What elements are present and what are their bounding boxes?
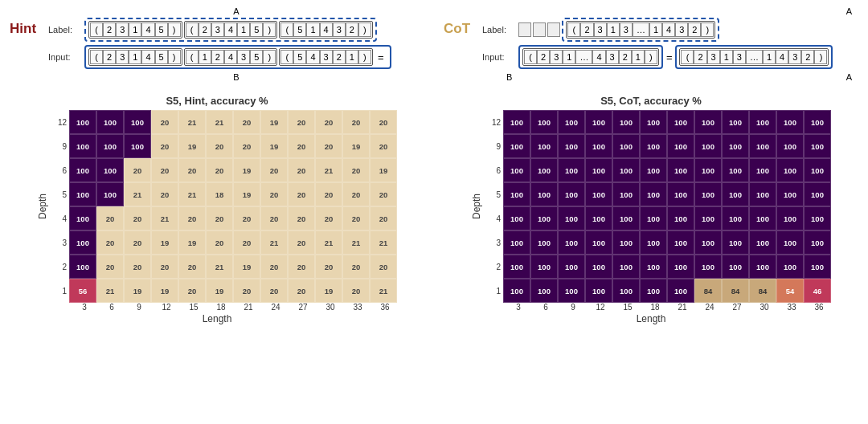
heatmap-cell: 100 bbox=[612, 230, 640, 255]
heatmap-cell: 100 bbox=[530, 255, 558, 279]
heatmap-cell: 100 bbox=[694, 255, 722, 279]
heatmap-cell: 100 bbox=[694, 158, 722, 182]
col-label: 3 bbox=[71, 303, 98, 312]
heatmap-cell: 100 bbox=[776, 206, 804, 230]
heatmap-cell: 21 bbox=[342, 230, 370, 255]
heatmap-cell: 19 bbox=[124, 279, 151, 303]
t: 1 bbox=[129, 22, 141, 37]
t: 5 bbox=[250, 50, 263, 64]
heatmap-cell: 20 bbox=[315, 182, 342, 206]
heatmap-cell: 100 bbox=[612, 158, 640, 182]
t: 5 bbox=[155, 50, 168, 64]
t: 2 bbox=[694, 50, 706, 64]
heatmap-cell: 100 bbox=[722, 182, 749, 206]
heatmap-cell: 100 bbox=[530, 279, 558, 303]
heatmap-cell: 100 bbox=[776, 110, 804, 134]
heatmap-cell: 21 bbox=[206, 110, 233, 134]
heatmap-cell: 100 bbox=[124, 134, 151, 158]
t: 1 bbox=[607, 22, 620, 37]
t: ( bbox=[681, 50, 694, 64]
cot-input-prefix: Input: bbox=[482, 52, 518, 62]
heatmap-cell: 20 bbox=[260, 206, 288, 230]
depth-row-label: 6 bbox=[51, 166, 69, 175]
heatmap-row: 3100100100100100100100100100100100100 bbox=[485, 230, 831, 255]
heatmap-cell: 20 bbox=[342, 158, 370, 182]
heatmap-cell: 21 bbox=[260, 230, 288, 255]
heatmap-cell: 20 bbox=[233, 279, 260, 303]
depth-row-label: 6 bbox=[485, 166, 503, 175]
heatmap-cell: 20 bbox=[370, 110, 397, 134]
hint-label-prefix: Label: bbox=[48, 25, 84, 35]
t: 2 bbox=[346, 22, 358, 37]
t: ( bbox=[90, 50, 103, 64]
t: ( bbox=[280, 50, 293, 64]
t: 4 bbox=[776, 50, 788, 64]
heatmap-row: 12100100100100100100100100100100100100 bbox=[485, 110, 831, 134]
empty-box bbox=[518, 22, 531, 37]
t: … bbox=[575, 50, 592, 64]
heatmap-cell: 100 bbox=[558, 110, 585, 134]
heatmap-cell: 100 bbox=[776, 230, 804, 255]
heatmap-cell: 21 bbox=[370, 279, 397, 303]
t: ( bbox=[186, 22, 199, 37]
hint-title: Hint bbox=[10, 21, 36, 37]
heatmap-cell: 100 bbox=[503, 158, 530, 182]
heatmap-cell: 20 bbox=[124, 255, 151, 279]
heatmap-cell: 20 bbox=[124, 206, 151, 230]
t: ( bbox=[280, 22, 293, 37]
col-label: 18 bbox=[207, 303, 235, 312]
heatmap-cell: 100 bbox=[503, 206, 530, 230]
t: 2 bbox=[537, 50, 550, 64]
col-label: 24 bbox=[262, 303, 289, 312]
heatmap-cell: 20 bbox=[206, 230, 233, 255]
heatmap-cell: 100 bbox=[776, 255, 804, 279]
t: 2 bbox=[103, 22, 116, 37]
equals-cot: = bbox=[665, 51, 674, 63]
heatmap-row: 41002020212020202020202020 bbox=[51, 206, 397, 230]
heatmap-cell: 21 bbox=[178, 110, 206, 134]
heatmap-cell: 100 bbox=[640, 110, 667, 134]
heatmap-cell: 100 bbox=[503, 182, 530, 206]
heatmap-cell: 20 bbox=[96, 255, 124, 279]
heatmap-cell: 19 bbox=[178, 230, 206, 255]
t: 2 bbox=[199, 22, 211, 37]
heatmap-cell: 100 bbox=[530, 110, 558, 134]
heatmap-cell: 20 bbox=[151, 182, 178, 206]
heatmap-cell: 100 bbox=[585, 255, 612, 279]
cot-top-a: A bbox=[482, 6, 858, 16]
col-label: 24 bbox=[696, 303, 723, 312]
heatmap-cell: 100 bbox=[667, 158, 694, 182]
depth-row-label: 4 bbox=[485, 214, 503, 223]
depth-row-label: 3 bbox=[51, 238, 69, 247]
heatmap-cell: 19 bbox=[260, 110, 288, 134]
heatmap-cell: 100 bbox=[585, 230, 612, 255]
hint-panel: Hint A Label: (23145) (23415) bbox=[0, 0, 434, 424]
t: 1 bbox=[763, 50, 776, 64]
heatmap-cell: 19 bbox=[233, 158, 260, 182]
heatmap-cell: 100 bbox=[694, 182, 722, 206]
heatmap-row: 610010020202020192020212019 bbox=[51, 158, 397, 182]
heatmap-cell: 100 bbox=[804, 158, 831, 182]
heatmap-cell: 20 bbox=[370, 134, 397, 158]
depth-row-label: 4 bbox=[51, 214, 69, 223]
heatmap-cell: 20 bbox=[96, 230, 124, 255]
main-container: Hint A Label: (23145) (23415) bbox=[0, 0, 868, 424]
heatmap-cell: 20 bbox=[233, 206, 260, 230]
cot-diagram: CoT A Label: (2313…143 bbox=[444, 6, 858, 95]
heatmap-cell: 100 bbox=[69, 230, 96, 255]
heatmap-cell: 20 bbox=[124, 230, 151, 255]
heatmap-cell: 19 bbox=[233, 255, 260, 279]
depth-row-label: 5 bbox=[485, 190, 503, 199]
cot-heatmap-title: S5, CoT, accuracy % bbox=[600, 95, 702, 107]
heatmap-row: 31002020191920202120212121 bbox=[51, 230, 397, 255]
heatmap-cell: 100 bbox=[530, 206, 558, 230]
heatmap-cell: 100 bbox=[694, 134, 722, 158]
heatmap-cell: 20 bbox=[342, 279, 370, 303]
t: 4 bbox=[141, 50, 154, 64]
t: … bbox=[633, 22, 649, 37]
heatmap-cell: 100 bbox=[69, 158, 96, 182]
hint-heatmap-title: S5, Hint, accuracy % bbox=[166, 95, 268, 107]
t: ( bbox=[90, 22, 103, 37]
heatmap-cell: 100 bbox=[96, 134, 124, 158]
heatmap-cell: 100 bbox=[749, 158, 776, 182]
